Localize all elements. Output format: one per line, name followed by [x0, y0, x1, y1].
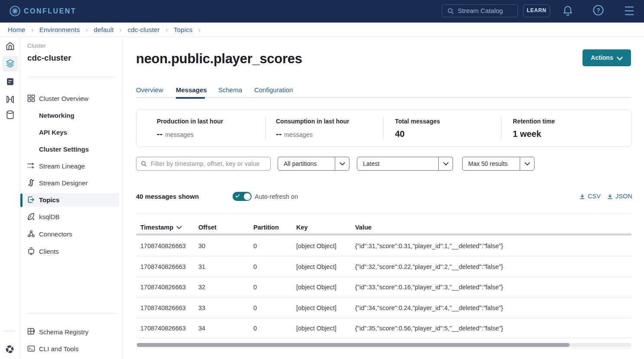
svg-text:?: ? [596, 7, 600, 14]
